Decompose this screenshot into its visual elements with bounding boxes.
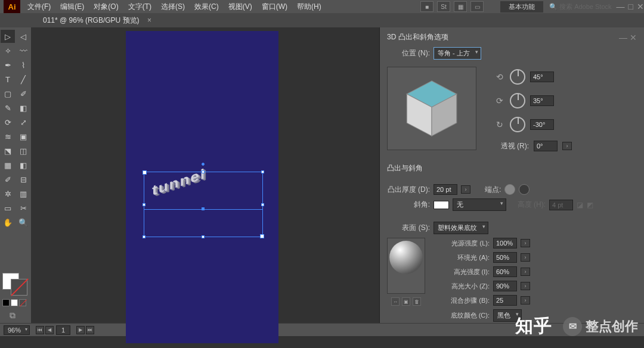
light-back-icon[interactable]: ↔ <box>391 297 400 306</box>
tool-curvature[interactable]: ⌇ <box>16 58 30 72</box>
menu-edit[interactable]: 编辑(E) <box>55 2 89 12</box>
menu-help[interactable]: 帮助(H) <box>292 2 326 12</box>
depth-label: 凸出厚度 (D): <box>387 185 430 195</box>
blend-steps-value[interactable]: 25 <box>493 295 517 306</box>
shade-color-dropdown[interactable]: 黑色 <box>493 309 522 322</box>
menu-type[interactable]: 文字(T) <box>123 2 156 12</box>
ambient-light-stepper[interactable]: › <box>521 253 530 262</box>
tool-pen[interactable]: ✒ <box>1 58 15 72</box>
screen-mode-icon[interactable]: ⧉ <box>10 310 16 321</box>
arrange-icon[interactable]: ▦ <box>454 1 467 12</box>
tool-mesh[interactable]: ▦ <box>1 159 15 172</box>
nav-prev-icon[interactable]: ◀ <box>45 326 54 334</box>
tool-rectangle[interactable]: ▢ <box>1 87 15 100</box>
tool-hand[interactable]: ✋ <box>1 216 15 229</box>
swatch-none[interactable] <box>19 299 26 306</box>
tool-type[interactable]: T <box>1 73 15 86</box>
tool-selection[interactable]: ▷ <box>1 30 15 43</box>
tool-shape-builder[interactable]: ⬔ <box>1 144 15 157</box>
tool-lasso[interactable]: 〰 <box>16 44 30 57</box>
rotation-x-dial[interactable] <box>510 69 525 85</box>
tool-magic-wand[interactable]: ✧ <box>1 44 15 57</box>
tool-symbol-sprayer[interactable]: ✲ <box>1 187 15 200</box>
tool-eyedropper[interactable]: ✐ <box>1 173 15 186</box>
nav-first-icon[interactable]: ⏮ <box>36 326 44 334</box>
tool-artboard[interactable]: ▭ <box>1 201 15 215</box>
axis-x-icon: ⟲ <box>494 72 505 82</box>
rotation-cube-preview[interactable] <box>387 67 476 150</box>
ambient-light-value[interactable]: 50% <box>493 252 517 263</box>
bridge-icon[interactable]: ■ <box>420 1 434 12</box>
tool-rotate[interactable]: ⟳ <box>1 116 15 129</box>
swatch-gradient[interactable] <box>11 299 18 306</box>
highlight-intensity-stepper[interactable]: › <box>521 268 530 276</box>
tool-free-transform[interactable]: ▣ <box>16 130 30 143</box>
tool-shaper[interactable]: ✎ <box>1 101 15 114</box>
tool-line[interactable]: ╱ <box>16 73 30 86</box>
document-tab[interactable]: 011* @ 96% (RGB/GPU 预览) × <box>36 14 159 27</box>
tool-width[interactable]: ≋ <box>1 130 15 143</box>
tool-scale[interactable]: ⤢ <box>16 116 30 129</box>
search-stock[interactable]: 🔍 搜索 Adobe Stock <box>549 2 612 11</box>
tool-perspective[interactable]: ◫ <box>16 144 30 157</box>
menu-view[interactable]: 视图(V) <box>224 2 257 12</box>
perspective-stepper[interactable]: › <box>562 142 572 150</box>
artboard-number[interactable]: 1 <box>56 325 70 335</box>
bevel-dropdown[interactable]: 无 <box>453 198 506 211</box>
menu-select[interactable]: 选择(S) <box>156 2 190 12</box>
light-intensity-value[interactable]: 100% <box>493 238 517 248</box>
tool-eraser[interactable]: ◧ <box>16 101 30 114</box>
axis-y-icon: ⟳ <box>494 95 505 106</box>
tool-gradient[interactable]: ◧ <box>16 159 30 172</box>
nav-last-icon[interactable]: ⏭ <box>86 326 94 334</box>
minimize-icon[interactable]: — <box>617 2 625 11</box>
tool-slice[interactable]: ✂ <box>16 201 30 215</box>
rotation-y-value[interactable]: 35° <box>530 95 554 106</box>
highlight-size-label: 高光大小 (Z): <box>438 282 490 291</box>
tool-paintbrush[interactable]: ✐ <box>16 87 30 100</box>
menu-effect[interactable]: 效果(C) <box>190 2 224 12</box>
cap-on-button[interactable] <box>504 184 515 195</box>
position-dropdown[interactable]: 等角 - 上方 <box>434 47 481 60</box>
tool-column-graph[interactable]: ▥ <box>16 187 30 200</box>
light-delete-icon[interactable]: 🗑 <box>413 297 421 306</box>
tool-blend[interactable]: ⊟ <box>16 173 30 186</box>
light-preview[interactable] <box>387 238 425 294</box>
menu-file[interactable]: 文件(F) <box>23 2 55 12</box>
nav-next-icon[interactable]: ▶ <box>76 326 85 334</box>
panel-close-icon[interactable]: — ✕ <box>619 33 637 42</box>
canvas[interactable]: tunnel <box>31 27 379 323</box>
rotation-z-dial[interactable] <box>510 117 525 132</box>
stock-icon[interactable]: St <box>437 1 450 12</box>
depth-stepper[interactable]: › <box>461 185 470 194</box>
panel-3d-extrude: 3D 凸出和斜角选项 — ✕ 位置 (N): 等角 - 上方 ⟲ 45° <box>379 27 644 323</box>
depth-value[interactable]: 20 pt <box>434 184 457 195</box>
tool-direct-selection[interactable]: ◁ <box>16 30 30 43</box>
tool-zoom[interactable]: 🔍 <box>16 216 30 229</box>
workspace-switcher[interactable]: 基本功能 <box>500 1 543 13</box>
light-sphere-icon[interactable] <box>389 241 423 274</box>
cap-off-button[interactable] <box>519 184 530 195</box>
selection-bounding-box[interactable] <box>144 172 263 237</box>
rotation-y-dial[interactable] <box>510 93 525 108</box>
bevel-out-icon: ◩ <box>587 201 593 209</box>
menu-object[interactable]: 对象(O) <box>89 2 123 12</box>
gpu-icon[interactable]: ▭ <box>470 1 484 12</box>
rotation-x-value[interactable]: 45° <box>530 72 554 82</box>
surface-dropdown[interactable]: 塑料效果底纹 <box>434 222 488 234</box>
perspective-value[interactable]: 0° <box>534 141 558 151</box>
blend-steps-stepper[interactable]: › <box>521 296 530 304</box>
maximize-icon[interactable]: □ <box>628 2 633 11</box>
zoom-dropdown[interactable]: 96% <box>4 325 30 335</box>
rotation-z-value[interactable]: -30° <box>530 119 554 130</box>
stroke-swatch[interactable] <box>11 279 27 296</box>
menu-window[interactable]: 窗口(W) <box>257 2 292 12</box>
swatch-color[interactable] <box>2 299 10 306</box>
close-icon[interactable]: ✕ <box>637 2 644 11</box>
highlight-size-stepper[interactable]: › <box>521 282 530 290</box>
tab-close-icon[interactable]: × <box>147 16 151 24</box>
highlight-intensity-value[interactable]: 60% <box>493 266 517 277</box>
highlight-size-value[interactable]: 90% <box>493 281 517 291</box>
light-new-icon[interactable]: ▣ <box>402 297 410 306</box>
light-intensity-stepper[interactable]: › <box>521 239 530 247</box>
